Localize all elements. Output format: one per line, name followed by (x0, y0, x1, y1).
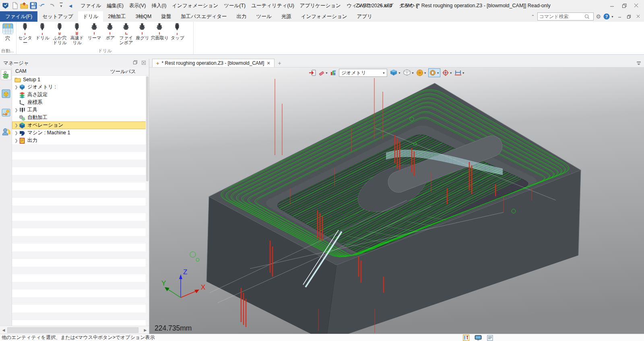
zoom-dropdown-icon[interactable]: ▼ (437, 72, 440, 74)
settings-gear-icon[interactable]: ⚙ (596, 13, 601, 20)
3d-scene[interactable]: Z Y X (149, 68, 644, 334)
tab-output[interactable]: 出力 (232, 11, 252, 22)
expand-chevron[interactable]: ❯ (14, 123, 19, 127)
scroll-right-arrow[interactable]: ▶ (142, 328, 148, 332)
wireframe-display-button[interactable]: ▼ (402, 68, 415, 77)
tree-item-tools[interactable]: ❯ 工具 (12, 106, 149, 114)
solid-manager-icon[interactable] (1, 88, 11, 99)
mdi-restore-button[interactable] (625, 13, 632, 20)
tree-item-height-settings[interactable]: 高さ設定 (12, 91, 149, 99)
section-plane-button[interactable]: ▼ (454, 68, 465, 77)
tab-tools[interactable]: ツール (252, 11, 277, 22)
exit-button[interactable] (308, 68, 317, 77)
tab-turning[interactable]: 旋盤 (156, 11, 176, 22)
monitor-icon[interactable] (475, 335, 482, 341)
tab-3axis-qm[interactable]: 3軸QM (131, 11, 157, 22)
mdi-close-button[interactable] (635, 13, 642, 20)
new-file-icon[interactable] (11, 2, 19, 10)
scrollbar-thumb[interactable] (7, 327, 138, 333)
tab-setup[interactable]: セットアップ (37, 11, 78, 22)
expand-chevron[interactable]: ❯ (14, 138, 19, 143)
user-manager-icon[interactable] (1, 126, 11, 137)
section-plane-dropdown-icon[interactable]: ▼ (462, 72, 465, 74)
tool-drill[interactable]: ドリル (34, 22, 51, 40)
menu-edit[interactable]: 編集(E) (104, 0, 126, 11)
close-button[interactable] (630, 0, 642, 11)
tree-vertical-scrollbar[interactable] (146, 76, 149, 326)
collapse-left-icon[interactable]: ◀ (66, 2, 74, 10)
manager-restore-icon[interactable] (133, 60, 138, 66)
tool-high-speed-drill[interactable]: 高速ドリル (68, 22, 86, 45)
undo-icon[interactable] (39, 2, 47, 10)
csys-dropdown-icon[interactable]: ▼ (450, 72, 452, 74)
file-menu-button[interactable]: ファイル(F) (0, 11, 37, 22)
zoom-display-button[interactable]: ▼ (428, 68, 440, 77)
shaded-display-button[interactable]: ▼ (389, 68, 401, 77)
menu-file[interactable]: ファイル (78, 0, 104, 11)
mdi-minimize-button[interactable] (616, 13, 623, 20)
tool-deep-hole-drill[interactable]: ふか穴ドリル (51, 22, 68, 45)
cam-manager-icon[interactable] (1, 70, 11, 80)
document-notes-icon[interactable] (487, 335, 493, 341)
panel-toggle-icon[interactable] (463, 335, 469, 341)
section-dropdown-icon[interactable]: ▼ (424, 72, 427, 74)
command-search-input[interactable] (539, 14, 584, 19)
new-tab-button[interactable]: + (275, 59, 285, 67)
tool-center-drill[interactable]: センター (17, 22, 34, 45)
wireframe-dropdown-icon[interactable]: ▼ (411, 72, 414, 74)
graphics-area[interactable]: Z Y X ▼ ジオメトリ ▼ (149, 68, 644, 334)
restore-button[interactable] (618, 0, 630, 11)
render-manager-icon[interactable] (1, 107, 11, 118)
menu-applications[interactable]: アプリケーション (297, 0, 344, 11)
tree-horizontal-scrollbar[interactable]: ◀ ▶ (0, 326, 149, 334)
save-icon[interactable] (29, 2, 37, 10)
eraser-button[interactable]: ▼ (318, 68, 328, 77)
expand-chevron[interactable]: ❯ (14, 108, 19, 112)
tree-item-machine[interactable]: ❯ マシン : Machine 1 (12, 129, 149, 137)
tool-bore[interactable]: ボア (103, 22, 118, 40)
tab-2axis[interactable]: 2軸加工 (103, 11, 130, 22)
tab-drill[interactable]: ドリル (78, 11, 103, 22)
csys-target-button[interactable]: ▼ (442, 68, 453, 77)
eraser-dropdown-icon[interactable]: ▼ (325, 72, 328, 74)
tab-list-dropdown-icon[interactable] (636, 60, 641, 68)
tab-apps[interactable]: アプリ (352, 11, 377, 22)
tree-item-output[interactable]: ❯ 出力 (12, 137, 149, 144)
tab-toolpath-editor[interactable]: 加工パスエディター (176, 11, 231, 22)
expand-chevron[interactable]: ❯ (14, 85, 19, 89)
minimize-button[interactable] (606, 0, 618, 11)
tree-item-setup[interactable]: Setup 1 (12, 76, 149, 83)
customize-qat-icon[interactable]: ▔▼ (57, 2, 65, 10)
combo-dropdown-icon[interactable]: ▼ (382, 72, 385, 74)
tree-item-operation[interactable]: ❯ オペレーション (12, 121, 149, 129)
tab-information[interactable]: インフォメーション (296, 11, 352, 22)
menu-insert[interactable]: 挿入(I) (149, 0, 169, 11)
scroll-left-arrow[interactable]: ◀ (1, 328, 6, 332)
tree-item-auto-machining[interactable]: 自動加工 (12, 114, 149, 121)
tab-light[interactable]: 光源 (277, 11, 296, 22)
tool-hole-chamfer[interactable]: 穴面取り (150, 22, 169, 40)
expand-chevron[interactable]: ❯ (14, 131, 19, 135)
section-view-button[interactable]: ▼ (416, 68, 427, 77)
menu-information[interactable]: インフォメーション (169, 0, 221, 11)
menu-tools[interactable]: ツール(T) (221, 0, 248, 11)
tool-reamer[interactable]: リーマ (86, 22, 103, 40)
tree-item-geometry[interactable]: ❯ ジオメトリ : (12, 83, 149, 91)
document-tab-active[interactable]: + * Rest roughing operation.Z3 - [blowmo… (152, 59, 275, 67)
open-file-icon[interactable] (20, 2, 28, 10)
menu-view[interactable]: 表示(V) (126, 0, 149, 11)
app-logo-icon[interactable] (2, 2, 10, 10)
tool-fine-bore[interactable]: ファインボア (118, 22, 135, 45)
tree-item-csys[interactable]: 座標系 (12, 99, 149, 106)
menu-utilities[interactable]: ユーティリティ(U) (248, 0, 297, 11)
shaded-dropdown-icon[interactable]: ▼ (398, 72, 401, 74)
tool-tap[interactable]: タップ (169, 22, 186, 40)
hole-button[interactable]: 穴 (0, 22, 15, 42)
help-dropdown-icon[interactable]: ▼ (611, 15, 614, 18)
filter-combobox[interactable]: ジオメトリ ▼ (339, 69, 387, 77)
redo-icon[interactable] (48, 2, 56, 10)
filter-button[interactable] (330, 68, 337, 77)
ribbon-collapse-icon[interactable]: ⌃ (531, 14, 535, 19)
manager-close-icon[interactable] (142, 60, 146, 66)
tool-counterbore[interactable]: 座グリ (135, 22, 150, 40)
